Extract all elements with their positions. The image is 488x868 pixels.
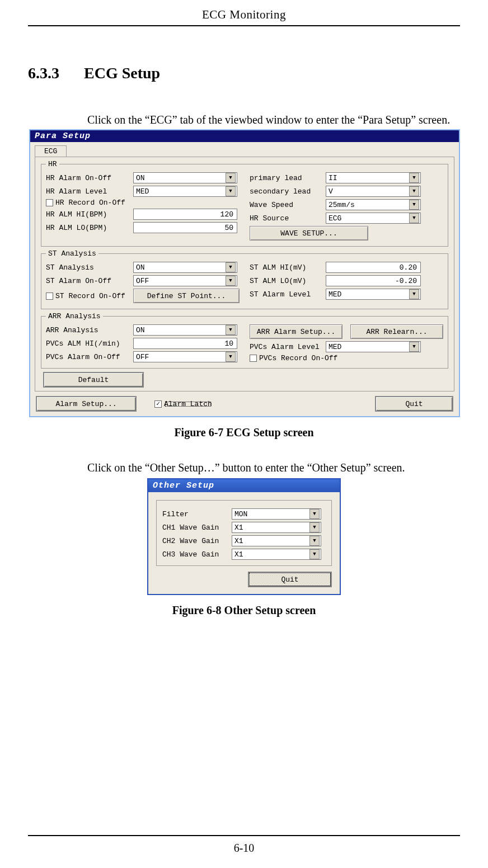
pvcs-alm-hi-input[interactable]: 10	[133, 338, 237, 349]
other-setup-titlebar: Other Setup	[148, 479, 340, 492]
chevron-down-icon: ▼	[409, 186, 419, 196]
st-alm-lo-input[interactable]: -0.20	[326, 275, 421, 286]
st-analysis-select[interactable]: ON▼	[133, 262, 237, 273]
st-group: ST Analysis ST Analysis ON▼ ST Alarm On-…	[41, 250, 448, 309]
checkbox-icon	[46, 293, 53, 300]
para-setup-titlebar: Para Setup	[30, 130, 459, 142]
hr-legend: HR	[46, 161, 59, 168]
chevron-down-icon: ▼	[409, 342, 419, 352]
section-title: ECG Setup	[84, 64, 160, 82]
chevron-down-icon: ▼	[309, 509, 320, 519]
hr-alarm-onoff-label: HR Alarm On-Off	[46, 174, 130, 182]
checkbox-icon	[46, 199, 53, 206]
arr-legend: ARR Analysis	[46, 313, 103, 320]
chevron-down-icon: ▼	[309, 536, 320, 546]
st-alarm-level-label: ST Alarm Level	[250, 291, 322, 298]
tab-ecg[interactable]: ECG	[35, 145, 67, 157]
st-record-onoff-checkbox[interactable]: ST Record On-Off	[46, 293, 125, 300]
alarm-setup-button[interactable]: Alarm Setup...	[36, 396, 137, 412]
quit-button[interactable]: Quit	[375, 396, 453, 412]
chevron-down-icon: ▼	[409, 200, 419, 210]
st-alarm-onoff-select[interactable]: OFF▼	[133, 275, 237, 286]
chevron-down-icon: ▼	[409, 289, 419, 299]
filter-select[interactable]: MON▼	[232, 508, 321, 520]
para-setup-footer: Alarm Setup... ✓ Alarm Latch Quit	[36, 396, 453, 412]
secondary-lead-label: secondary lead	[250, 188, 322, 195]
wave-setup-button[interactable]: WAVE SETUP...	[250, 226, 368, 240]
st-alm-hi-label: ST ALM HI(mV)	[250, 264, 322, 271]
chevron-down-icon: ▼	[309, 522, 320, 532]
ch2-gain-label: CH2 Wave Gain	[162, 537, 228, 545]
st-alarm-onoff-label: ST Alarm On-Off	[46, 277, 130, 285]
pvcs-alarm-onoff-label: PVCs Alarm On-Off	[46, 353, 130, 361]
pvcs-alarm-level-label: PVCs Alarm Level	[250, 343, 322, 351]
hr-alarm-level-label: HR Alarm Level	[46, 188, 130, 195]
chevron-down-icon: ▼	[226, 276, 236, 286]
other-setup-window: Other Setup Filter MON▼ CH1 Wave Gain X1…	[147, 478, 341, 595]
define-st-point-button[interactable]: Define ST Point...	[133, 289, 240, 303]
page-number: 6-10	[28, 835, 460, 855]
checkbox-checked-icon: ✓	[154, 400, 162, 408]
paragraph-1: Click on the “ECG” tab of the viewbed wi…	[87, 112, 460, 127]
chevron-down-icon: ▼	[226, 262, 236, 272]
arr-relearn-button[interactable]: ARR Relearn...	[350, 324, 443, 339]
hr-alm-hi-input[interactable]: 120	[133, 209, 237, 220]
wave-speed-select[interactable]: 25mm/s▼	[326, 199, 421, 210]
hr-alm-lo-label: HR ALM LO(BPM)	[46, 224, 130, 232]
other-setup-quit-button[interactable]: Quit	[248, 572, 332, 587]
hr-group: HR HR Alarm On-Off ON▼ HR Alarm Level ME…	[41, 161, 448, 247]
running-header: ECG Monitoring	[28, 0, 460, 26]
ch2-gain-select[interactable]: X1▼	[232, 535, 321, 546]
st-alm-lo-label: ST ALM LO(mV)	[250, 277, 322, 285]
ch3-gain-select[interactable]: X1▼	[232, 549, 321, 560]
hr-source-label: HR Source	[250, 215, 322, 222]
arr-alarm-setup-button[interactable]: ARR Alarm Setup...	[250, 324, 342, 339]
other-setup-panel: Filter MON▼ CH1 Wave Gain X1▼ CH2 Wave G…	[156, 500, 332, 566]
filter-label: Filter	[162, 511, 228, 518]
alarm-latch-checkbox[interactable]: ✓ Alarm Latch	[154, 400, 212, 408]
pvcs-alarm-onoff-select[interactable]: OFF▼	[133, 351, 237, 362]
section-number: 6.3.3	[28, 64, 59, 82]
arr-analysis-select[interactable]: ON▼	[133, 324, 237, 336]
checkbox-icon	[250, 355, 257, 362]
hr-source-select[interactable]: ECG▼	[326, 213, 421, 224]
st-legend: ST Analysis	[46, 250, 98, 257]
primary-lead-select[interactable]: II▼	[326, 172, 421, 183]
para-setup-window: Para Setup ECG HR HR Alarm On-Off ON▼ HR…	[29, 129, 460, 417]
ch3-gain-label: CH3 Wave Gain	[162, 551, 228, 558]
chevron-down-icon: ▼	[226, 325, 236, 335]
chevron-down-icon: ▼	[409, 173, 419, 183]
chevron-down-icon: ▼	[409, 213, 419, 223]
ecg-panel: HR HR Alarm On-Off ON▼ HR Alarm Level ME…	[35, 157, 454, 391]
ch1-gain-select[interactable]: X1▼	[232, 522, 321, 533]
hr-alm-hi-label: HR ALM HI(BPM)	[46, 211, 130, 218]
chevron-down-icon: ▼	[226, 186, 236, 196]
arr-analysis-label: ARR Analysis	[46, 327, 130, 334]
section-heading: 6.3.3ECG Setup	[28, 64, 460, 82]
hr-alm-lo-input[interactable]: 50	[133, 222, 237, 233]
figure-6-8-caption: Figure 6-8 Other Setup screen	[28, 604, 460, 617]
chevron-down-icon: ▼	[226, 173, 236, 183]
ch1-gain-label: CH1 Wave Gain	[162, 524, 228, 531]
chevron-down-icon: ▼	[309, 549, 320, 559]
hr-record-onoff-checkbox[interactable]: HR Record On-Off	[46, 199, 125, 206]
arr-group: ARR Analysis ARR Analysis ON▼ PVCs ALM H…	[41, 313, 448, 369]
default-button[interactable]: Default	[43, 372, 144, 388]
chevron-down-icon: ▼	[226, 352, 236, 362]
pvcs-alarm-level-select[interactable]: MED▼	[326, 341, 421, 352]
hr-alarm-onoff-select[interactable]: ON▼	[133, 172, 237, 183]
pvcs-record-onoff-checkbox[interactable]: PVCs Record On-Off	[250, 355, 337, 362]
figure-6-7-caption: Figure 6-7 ECG Setup screen	[28, 426, 460, 439]
secondary-lead-select[interactable]: V▼	[326, 186, 421, 197]
primary-lead-label: primary lead	[250, 174, 322, 182]
pvcs-alm-hi-label: PVCs ALM HI(/min)	[46, 340, 130, 347]
paragraph-2: Click on the “Other Setup…” button to en…	[87, 460, 460, 475]
st-analysis-label: ST Analysis	[46, 264, 130, 271]
wave-speed-label: Wave Speed	[250, 201, 322, 209]
hr-alarm-level-select[interactable]: MED▼	[133, 186, 237, 197]
st-alm-hi-input[interactable]: 0.20	[326, 262, 421, 273]
st-alarm-level-select[interactable]: MED▼	[326, 289, 421, 300]
